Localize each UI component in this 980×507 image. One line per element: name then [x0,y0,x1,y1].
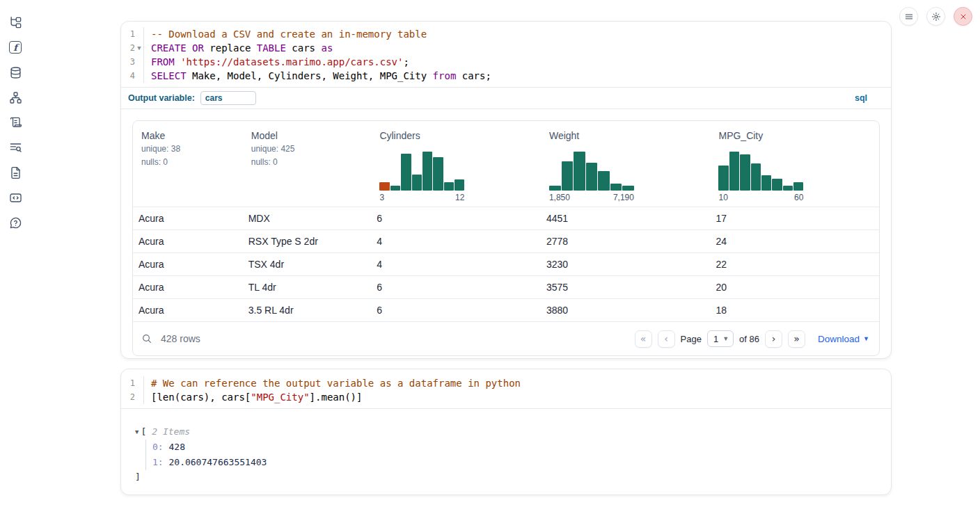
table-body: AcuraMDX6445117AcuraRSX Type S 2dr427782… [133,207,879,321]
column-label[interactable]: Weight [549,130,711,141]
column-histogram: 1,8507,190 [549,152,634,202]
histogram-bar[interactable] [761,175,771,191]
page-total-label: of 86 [739,334,759,344]
tree-entry: 1: 20.060747663551403 [152,455,891,470]
function-icon: f [9,41,22,54]
axis-max-label: 12 [455,193,464,202]
table-cell: Acura [133,259,243,270]
histogram-bar[interactable] [586,163,598,191]
sidebar-item-variables[interactable]: f [3,35,28,60]
shutdown-button[interactable] [954,7,972,26]
output-variable-input[interactable] [200,91,256,105]
python-editor[interactable]: 1# We can reference the output variable … [121,369,891,408]
table-row[interactable]: AcuraMDX6445117 [133,207,879,230]
token: cars [286,42,322,54]
dependency-graph-icon [9,91,22,104]
histogram-bar[interactable] [390,186,400,191]
next-page-button[interactable]: › [765,330,782,348]
table-row[interactable]: Acura3.5 RL 4dr6388018 [133,298,879,321]
python-output-tree: ▼ [ 2 Items 0: 4281: 20.060747663551403 … [121,409,891,484]
axis-min-label: 1,850 [549,193,570,202]
table-row[interactable]: AcuraTL 4dr6357520 [133,275,879,298]
language-badge[interactable]: sql [855,93,867,103]
fold-spacer [135,390,143,404]
table-row[interactable]: AcuraRSX Type S 2dr4277824 [133,230,879,252]
histogram-bar[interactable] [783,186,793,191]
histogram-bar[interactable] [455,179,464,191]
close-icon [958,12,968,22]
histogram-bar[interactable] [379,182,389,191]
table-cell: 20 [710,282,879,293]
histogram-bar[interactable] [562,161,574,191]
histogram-bar[interactable] [718,166,728,191]
token: replace [204,42,257,54]
tree-entry-key: 0: [152,442,164,452]
histogram-bar[interactable] [793,182,803,191]
row-count: 428 rows [161,333,200,344]
fold-chevron-icon[interactable]: ▼ [135,41,143,55]
sidebar-item-datasources[interactable] [3,60,28,85]
table-column-header: Modelunique: 425nulls: 0 [243,121,372,207]
column-stat: unique: 38 [141,143,243,154]
table-cell: 4 [371,236,541,247]
histogram-bar[interactable] [729,152,739,191]
page-label: Page [681,334,702,344]
search-icon[interactable] [141,333,152,344]
histogram-bar[interactable] [444,182,454,191]
database-icon [9,66,22,79]
histogram-bar[interactable] [549,186,561,191]
histogram-bar[interactable] [772,179,782,191]
sql-editor[interactable]: 1-- Download a CSV and create an in-memo… [121,22,891,87]
sidebar-item-help[interactable] [3,210,28,235]
table-cell: Acura [133,305,243,316]
table-row[interactable]: AcuraTSX 4dr4323022 [133,252,879,275]
settings-button[interactable] [926,7,945,26]
first-page-icon: « [640,333,647,344]
column-label[interactable]: Cylinders [379,130,541,141]
menu-button[interactable] [899,7,918,26]
tree-entry-value: 428 [164,442,185,452]
collapse-chevron-icon[interactable]: ▼ [135,424,139,440]
sidebar-item-documentation[interactable] [3,160,28,185]
histogram-bar[interactable] [751,163,761,191]
table-column-header: Cylinders312 [371,121,541,207]
token: CREATE [151,42,187,54]
first-page-button[interactable]: « [635,330,652,348]
histogram-bar[interactable] [610,184,622,191]
tree-entry-value: 20.060747663551403 [164,457,267,467]
histogram-bar[interactable] [401,154,411,191]
download-button[interactable]: Download ▼ [818,334,869,344]
column-label[interactable]: Model [251,130,372,141]
sidebar-item-file-explorer[interactable] [3,10,28,35]
divider [121,108,891,109]
histogram-bar[interactable] [598,171,610,191]
table-column-header: MPG_City1060 [710,121,879,207]
sidebar-item-snippets[interactable] [3,185,28,210]
token: from [433,70,457,81]
histogram-bar[interactable] [412,175,422,191]
axis-max-label: 7,190 [613,193,634,202]
table-cell: 17 [710,213,879,224]
fold-spacer [135,376,143,390]
sidebar-item-scratchpad[interactable] [3,110,28,135]
column-label[interactable]: MPG_City [718,130,879,141]
histogram-axis: 1060 [718,193,803,202]
histogram-bar[interactable] [740,154,750,191]
prev-page-button[interactable]: ‹ [658,330,675,348]
page-select[interactable]: 1 ▼ [707,330,734,347]
column-histogram: 1060 [718,152,803,202]
histogram-bar[interactable] [433,157,443,191]
close-bracket: ] [135,470,891,484]
help-icon [9,216,22,230]
histogram-bar[interactable] [574,152,585,191]
histogram-bar[interactable] [422,152,432,191]
histogram-bar[interactable] [622,186,634,191]
sidebar-item-dependencies[interactable] [3,85,28,110]
sidebar-item-logs[interactable] [3,135,28,160]
last-page-button[interactable]: » [788,330,805,348]
logs-search-icon [9,141,22,154]
sql-cell: 1-- Download a CSV and create an in-memo… [120,21,892,359]
column-label[interactable]: Make [141,130,243,141]
items-count-label: 2 Items [152,424,190,440]
table-header: Makeunique: 38nulls: 0Modelunique: 425nu… [133,121,879,207]
